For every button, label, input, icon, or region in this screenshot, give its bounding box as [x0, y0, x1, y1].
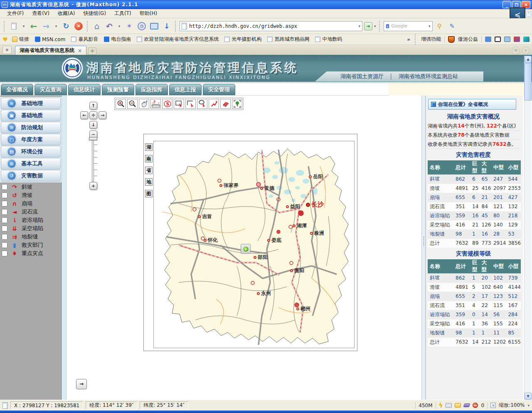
nav-tab[interactable]: 灾点查询	[34, 84, 67, 95]
scale-tool-icon[interactable]: S	[162, 99, 172, 109]
map-city-label[interactable]: 张家界	[219, 182, 239, 189]
undo-dropdown-icon[interactable]: ▾	[116, 21, 122, 32]
zoom-slider-thumb[interactable]	[89, 137, 97, 140]
zoom-out-tool-icon[interactable]	[127, 99, 138, 109]
proxy-icon[interactable]	[485, 37, 491, 42]
new-page-dropdown-icon[interactable]: ▾	[21, 21, 27, 32]
browser-scrollbar[interactable]: ▲ ▼	[524, 56, 531, 400]
favorites-star-icon[interactable]: ★	[2, 46, 12, 54]
search-input[interactable]: Google	[391, 23, 427, 29]
scroll-up-icon[interactable]: ▲	[525, 56, 532, 63]
toolbar-grip[interactable]	[175, 21, 177, 32]
go-button[interactable]: ➔	[364, 22, 372, 30]
go-dropdown-icon[interactable]: ▾	[374, 24, 376, 28]
toolbar-grip[interactable]	[379, 21, 381, 32]
sidebar-section[interactable]: ▣ 基础地质	[1, 110, 61, 121]
link-item[interactable]: 链接	[12, 36, 31, 43]
panel-splitter[interactable]	[421, 96, 426, 400]
map-layer-tab-char[interactable]: 地	[145, 178, 153, 186]
map-city-label[interactable]: 吉首	[198, 213, 212, 220]
new-tab-button[interactable]: ✚	[88, 47, 96, 55]
layer-checkbox[interactable]	[2, 201, 7, 206]
zoom-in-step-button[interactable]: +	[89, 182, 97, 190]
zoom-in-tool-icon[interactable]	[116, 99, 126, 109]
sidebar-splitter[interactable]	[62, 96, 66, 400]
map-city-label[interactable]: 益阳	[286, 203, 300, 210]
menu-item[interactable]: 收藏(A)	[54, 9, 79, 18]
scrollbar-thumb[interactable]	[525, 63, 532, 101]
map-layer-tab-char[interactable]: 南	[145, 155, 153, 162]
select-rect-tool-icon[interactable]	[174, 99, 184, 109]
download-icon[interactable]: ↓	[161, 21, 172, 32]
refresh-icon[interactable]: ↻	[61, 21, 71, 32]
scroll-down-icon[interactable]: ▼	[525, 393, 532, 400]
map-layer-tab-char[interactable]: 省	[145, 167, 153, 174]
link-item[interactable]: 中地数码	[315, 36, 344, 43]
search-dropdown-icon[interactable]: ▾	[429, 24, 431, 28]
org-link-geo-monitoring[interactable]: 湖南省地质环境监测总站	[399, 73, 458, 80]
layer-checkbox[interactable]	[2, 184, 7, 190]
new-page-icon[interactable]	[8, 21, 19, 32]
window-mode-icon[interactable]	[495, 37, 501, 42]
layer-checkbox[interactable]	[2, 234, 7, 240]
layer-checkbox[interactable]	[2, 192, 7, 198]
map-city-label[interactable]: 郴州	[296, 305, 310, 312]
enhance-features-link[interactable]: 增强功能	[421, 36, 441, 43]
nav-tab[interactable]: 全省概况	[1, 84, 33, 95]
notes-icon[interactable]	[504, 37, 510, 42]
map-city-label[interactable]: 株洲	[310, 230, 324, 237]
layer-checkbox[interactable]	[2, 251, 7, 256]
pan-down-button[interactable]: ↓	[89, 121, 97, 129]
forward-icon[interactable]: →	[41, 21, 52, 32]
map-city-label[interactable]: 永州	[257, 290, 271, 297]
deselect-rect-tool-icon[interactable]	[185, 99, 196, 109]
map-canvas[interactable]: 张家界常德岳阳益阳长沙吉首湘潭株洲怀化娄底邵阳衡阳永州郴州 +	[153, 141, 355, 348]
sidebar-section[interactable]: ↺ 灾害数据	[1, 170, 61, 182]
toolbar-grip[interactable]	[415, 34, 416, 45]
maxthon-charity-link[interactable]: 傲游公益	[458, 36, 478, 43]
link-item[interactable]: 光年摄影机构	[224, 36, 263, 43]
menu-item[interactable]: 查看(V)	[28, 9, 53, 18]
stop-icon[interactable]: ×	[73, 21, 84, 32]
link-item[interactable]: 电台指南	[104, 36, 133, 43]
nav-tab[interactable]: 信息上报	[169, 84, 202, 95]
measure-tool-icon[interactable]: ?	[150, 99, 161, 109]
toolbar-grip[interactable]	[4, 21, 5, 32]
expand-panel-arrow-button[interactable]: →	[76, 379, 87, 389]
links-overflow-icon[interactable]: »	[407, 37, 410, 42]
clear-eraser-icon[interactable]	[463, 403, 470, 407]
resize-icon[interactable]: ⇲	[490, 403, 496, 408]
map-city-label[interactable]: 长沙	[306, 201, 324, 209]
sidebar-section[interactable]: ⊞ 基本工具	[1, 158, 61, 170]
nav-tab[interactable]: 安全管理	[203, 84, 235, 95]
nav-tab[interactable]: 预测预警	[102, 84, 134, 95]
draw-point-tool-icon[interactable]	[209, 99, 219, 109]
close-tabs-icon[interactable]: ×	[522, 47, 530, 54]
undo-icon[interactable]: ↶	[104, 21, 115, 32]
map-layer-tab-char[interactable]: 湖	[145, 143, 153, 151]
history-clock-icon[interactable]: ◷	[136, 21, 147, 32]
magic-filter-icon[interactable]: ✶	[124, 21, 135, 32]
nav-tab[interactable]: 应急指挥	[135, 84, 168, 95]
zoom-dropdown-icon[interactable]: ▾	[527, 403, 530, 408]
map-city-label[interactable]: 怀化	[204, 237, 218, 244]
address-dropdown-icon[interactable]: ▾	[358, 24, 360, 28]
search-icon[interactable]: ⚲	[434, 21, 445, 32]
sidebar-section[interactable]: ⚒ 防治规划	[1, 122, 61, 133]
window-list-icon[interactable]	[149, 21, 160, 32]
layer-checkbox[interactable]	[2, 209, 7, 215]
map-city-label[interactable]: 邵阳	[254, 254, 268, 261]
history-dropdown-icon[interactable]: ▾	[53, 21, 59, 32]
pens-icon[interactable]	[514, 37, 520, 42]
tools-wrench-icon[interactable]: ⚒	[512, 47, 520, 54]
popup-blocker-icon[interactable]	[473, 403, 478, 408]
pan-up-button[interactable]: ↑	[89, 102, 97, 110]
full-extent-tool-icon[interactable]	[232, 99, 242, 109]
pan-center-button[interactable]: ✛	[89, 111, 97, 119]
printer-icon[interactable]	[446, 403, 452, 408]
layer-checkbox[interactable]	[2, 226, 7, 231]
pan-right-button[interactable]: →	[99, 111, 106, 119]
map-city-label[interactable]: 湘潭	[293, 222, 307, 229]
address-input[interactable]	[189, 23, 356, 29]
sidebar-section[interactable]: ≋ 基础地理	[1, 98, 61, 109]
